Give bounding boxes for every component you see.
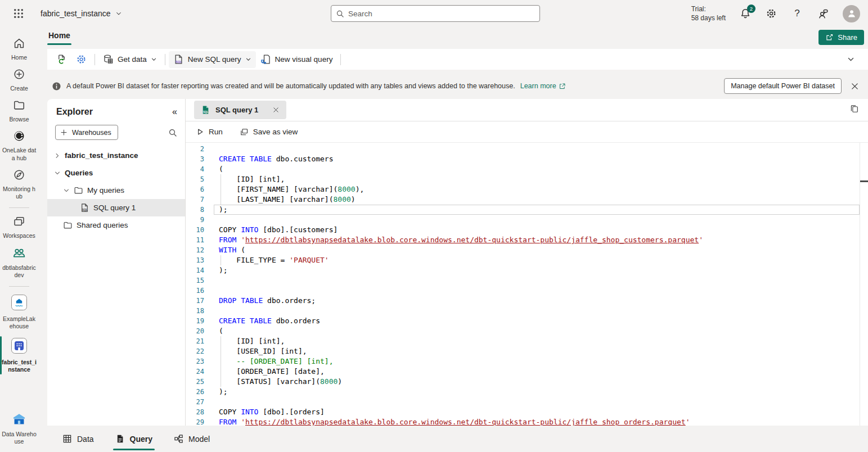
view-tab-model[interactable]: Model [166,426,218,452]
line-number: 3 [186,154,214,164]
nav-item-create[interactable]: Create [0,65,38,96]
workspace-title-dropdown[interactable]: fabric_test_instance [41,9,122,18]
nav-item-label: OneLake data hub [2,147,37,161]
query-settings-button[interactable] [71,51,91,68]
svg-text:SQL: SQL [82,209,88,211]
line-content: ); [214,265,860,275]
close-tab-icon[interactable] [272,106,280,114]
nav-item-dbtlabsfabricdev[interactable]: dbtlabsfabricdev [0,243,38,282]
code-line-20: 20( [186,326,868,336]
code-line-9: 9 [186,215,868,225]
line-number: 28 [186,407,214,417]
code-line-25: 25 [STATUS] [varchar](8000) [186,377,868,387]
tree-item-my-queries[interactable]: My queries [47,182,185,199]
sql-file-icon: SQL [173,54,184,65]
learn-more-link[interactable]: Learn more [520,82,566,90]
line-content [214,275,860,286]
grid-icon [62,434,72,444]
line-number: 7 [186,195,214,205]
run-button[interactable]: Run [196,128,223,136]
code-line-10: 10COPY INTO [dbo].[customers] [186,225,868,235]
tree-item-shared-queries[interactable]: Shared queries [47,216,185,234]
chevron-down-icon[interactable] [63,187,70,194]
chevron-down-icon [151,56,157,62]
toolbar-divider [340,54,341,65]
settings-button[interactable] [765,7,777,20]
copy-icon[interactable] [849,105,859,114]
people-icon [12,246,26,262]
code-line-16: 16 [186,286,868,296]
svg-text:SQL: SQL [176,60,182,64]
line-number: 6 [186,184,214,195]
get-data-button[interactable]: Get data [98,51,161,68]
collapse-panel-icon[interactable]: « [172,107,177,117]
code-line-19: 19CREATE TABLE dbo.orders [186,316,868,326]
share-button[interactable]: Share [818,30,864,45]
nav-item-onelake-data-hub[interactable]: OneLake data hub [0,126,38,165]
line-content: [LAST_NAME] [varchar](8000) [214,195,860,205]
search-input[interactable] [348,10,535,18]
new-warehouse-button[interactable]: Warehouses [55,125,118,140]
feedback-button[interactable] [817,7,829,20]
line-number: 4 [186,164,214,174]
search-icon[interactable] [168,128,177,137]
view-tab-data[interactable]: Data [55,426,102,452]
chevron-down-icon[interactable] [54,170,61,177]
line-number: 29 [186,417,214,426]
new-visual-query-button[interactable]: New visual query [256,51,338,68]
nav-item-fabric-test-instance[interactable]: fabric_test_instance [0,334,38,377]
view-tab-query[interactable]: Query [107,426,160,452]
explorer-title: Explorer [56,107,93,117]
line-number: 9 [186,215,214,225]
code-line-2: 2 [186,144,868,154]
trial-status: Trial: 58 days left [691,4,726,22]
nav-item-home[interactable]: Home [0,34,38,65]
querydoc-icon [115,434,125,444]
ribbon-toolbar: Get data SQL New SQL query New visual qu… [47,49,868,70]
line-content: WITH ( [214,245,860,255]
chevron-right-icon[interactable] [54,152,61,159]
nav-item-browse[interactable]: Browse [0,96,38,126]
user-avatar[interactable] [843,5,860,22]
toolbar-collapse-button[interactable] [847,56,854,63]
nav-item-workspaces[interactable]: Workspaces [0,212,38,243]
fabric-app-window: fabric_test_instance Trial: 58 days left… [0,0,868,452]
refresh-dataset-button[interactable] [52,51,71,68]
chevron-down-icon [115,10,122,17]
new-sql-query-button[interactable]: SQL New SQL query [169,51,256,68]
get-data-label: Get data [118,55,147,64]
save-as-view-button[interactable]: Save as view [240,128,298,137]
help-button[interactable]: ? [791,7,803,20]
line-content [214,397,860,407]
close-icon[interactable] [851,82,859,91]
share-label: Share [838,33,857,42]
code-line-15: 15 [186,275,868,286]
query-tab[interactable]: SQL SQL query 1 [194,101,286,119]
line-content: CREATE TABLE dbo.customers [214,154,860,164]
person-icon [847,8,857,19]
nav-item-data-warehouse[interactable]: Data Warehouse [0,408,38,449]
tree-item-label: Queries [65,169,93,177]
tree-item-fabric-test-instance[interactable]: fabric_test_instance [47,147,185,164]
app-launcher-icon[interactable] [12,7,25,20]
tree-item-queries[interactable]: Queries [47,164,185,182]
line-number: 2 [186,144,214,154]
code-line-13: 13 FILE_TYPE = 'PARQUET' [186,255,868,265]
query-tab-strip: SQL SQL query 1 [186,99,868,121]
toolbar-divider [95,54,95,65]
tab-home[interactable]: Home [47,31,71,45]
line-content: ); [214,205,860,215]
tree-item-label: SQL query 1 [93,204,136,212]
code-line-22: 22 [USER_ID] [int], [186,346,868,356]
nav-item-monitoring-hub[interactable]: Monitoring hub [0,165,38,204]
tree-item-sql-query-1[interactable]: SQLSQL query 1 [47,199,185,216]
notifications-button[interactable]: 2 [739,7,752,20]
nav-spacer [0,377,38,408]
line-content: ( [214,164,860,174]
code-line-21: 21 [ID] [int], [186,336,868,346]
manage-dataset-button[interactable]: Manage default Power BI dataset [724,78,842,94]
editor-scrollbar[interactable] [860,143,860,426]
gear-icon [766,8,777,19]
nav-item-examplelakehouse[interactable]: ExampleLakehouse [0,291,38,333]
sql-code-editor[interactable]: 23CREATE TABLE dbo.customers4(5 [ID] [in… [186,143,868,426]
